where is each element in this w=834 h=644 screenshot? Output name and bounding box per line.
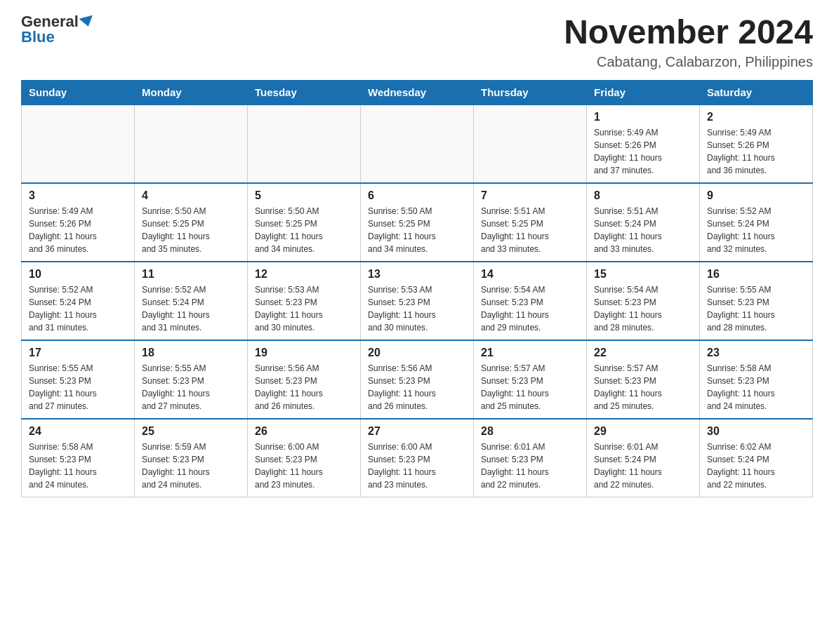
day-info: Sunrise: 5:58 AMSunset: 5:23 PMDaylight:… — [29, 441, 127, 491]
weekday-header-tuesday: Tuesday — [248, 80, 361, 105]
calendar-cell: 10Sunrise: 5:52 AMSunset: 5:24 PMDayligh… — [22, 262, 135, 340]
day-number: 30 — [707, 425, 805, 438]
weekday-header-row: SundayMondayTuesdayWednesdayThursdayFrid… — [22, 80, 813, 105]
week-row-4: 17Sunrise: 5:55 AMSunset: 5:23 PMDayligh… — [22, 340, 813, 419]
day-info: Sunrise: 5:49 AMSunset: 5:26 PMDaylight:… — [594, 126, 692, 177]
calendar-cell: 13Sunrise: 5:53 AMSunset: 5:23 PMDayligh… — [361, 262, 474, 340]
week-row-1: 1Sunrise: 5:49 AMSunset: 5:26 PMDaylight… — [22, 105, 813, 183]
calendar-cell: 11Sunrise: 5:52 AMSunset: 5:24 PMDayligh… — [135, 262, 248, 340]
weekday-header-saturday: Saturday — [700, 80, 813, 105]
week-row-2: 3Sunrise: 5:49 AMSunset: 5:26 PMDaylight… — [22, 183, 813, 262]
day-info: Sunrise: 6:00 AMSunset: 5:23 PMDaylight:… — [255, 441, 353, 491]
calendar-cell: 30Sunrise: 6:02 AMSunset: 5:24 PMDayligh… — [700, 419, 813, 497]
day-number: 29 — [594, 425, 692, 438]
week-row-3: 10Sunrise: 5:52 AMSunset: 5:24 PMDayligh… — [22, 262, 813, 340]
calendar-cell: 14Sunrise: 5:54 AMSunset: 5:23 PMDayligh… — [474, 262, 587, 340]
day-info: Sunrise: 6:01 AMSunset: 5:24 PMDaylight:… — [594, 441, 692, 491]
calendar-cell: 12Sunrise: 5:53 AMSunset: 5:23 PMDayligh… — [248, 262, 361, 340]
day-number: 20 — [368, 347, 466, 359]
day-info: Sunrise: 5:50 AMSunset: 5:25 PMDaylight:… — [142, 205, 240, 255]
day-info: Sunrise: 5:51 AMSunset: 5:25 PMDaylight:… — [481, 205, 579, 255]
calendar-cell: 6Sunrise: 5:50 AMSunset: 5:25 PMDaylight… — [361, 183, 474, 262]
day-number: 8 — [594, 189, 692, 202]
day-number: 4 — [142, 189, 240, 202]
logo-blue-text: Blue — [21, 29, 55, 45]
calendar-cell: 24Sunrise: 5:58 AMSunset: 5:23 PMDayligh… — [22, 419, 135, 497]
day-number: 28 — [481, 425, 579, 438]
weekday-header-wednesday: Wednesday — [361, 80, 474, 105]
day-info: Sunrise: 5:50 AMSunset: 5:25 PMDaylight:… — [255, 205, 353, 255]
day-number: 11 — [142, 268, 240, 281]
day-info: Sunrise: 6:02 AMSunset: 5:24 PMDaylight:… — [707, 441, 805, 491]
logo-general-text: General — [21, 14, 79, 29]
day-number: 10 — [29, 268, 127, 281]
day-number: 14 — [481, 268, 579, 281]
day-number: 6 — [368, 189, 466, 202]
calendar-cell: 27Sunrise: 6:00 AMSunset: 5:23 PMDayligh… — [361, 419, 474, 497]
calendar-cell: 22Sunrise: 5:57 AMSunset: 5:23 PMDayligh… — [587, 340, 700, 419]
day-number: 5 — [255, 189, 353, 202]
location-title: Cabatang, Calabarzon, Philippines — [564, 54, 813, 70]
calendar-cell: 16Sunrise: 5:55 AMSunset: 5:23 PMDayligh… — [700, 262, 813, 340]
day-info: Sunrise: 5:52 AMSunset: 5:24 PMDaylight:… — [707, 205, 805, 255]
day-info: Sunrise: 5:53 AMSunset: 5:23 PMDaylight:… — [255, 283, 353, 334]
calendar-cell: 3Sunrise: 5:49 AMSunset: 5:26 PMDaylight… — [22, 183, 135, 262]
day-info: Sunrise: 5:56 AMSunset: 5:23 PMDaylight:… — [255, 362, 353, 412]
day-info: Sunrise: 5:52 AMSunset: 5:24 PMDaylight:… — [142, 283, 240, 334]
day-number: 24 — [29, 425, 127, 438]
title-section: November 2024 Cabatang, Calabarzon, Phil… — [564, 14, 813, 70]
day-info: Sunrise: 5:54 AMSunset: 5:23 PMDaylight:… — [594, 283, 692, 334]
month-title: November 2024 — [564, 14, 813, 51]
day-number: 1 — [594, 111, 692, 123]
calendar-cell: 20Sunrise: 5:56 AMSunset: 5:23 PMDayligh… — [361, 340, 474, 419]
calendar-cell: 28Sunrise: 6:01 AMSunset: 5:23 PMDayligh… — [474, 419, 587, 497]
weekday-header-sunday: Sunday — [22, 80, 135, 105]
calendar-table: SundayMondayTuesdayWednesdayThursdayFrid… — [21, 80, 813, 497]
calendar-cell: 29Sunrise: 6:01 AMSunset: 5:24 PMDayligh… — [587, 419, 700, 497]
calendar-cell: 21Sunrise: 5:57 AMSunset: 5:23 PMDayligh… — [474, 340, 587, 419]
day-number: 19 — [255, 347, 353, 359]
day-info: Sunrise: 5:57 AMSunset: 5:23 PMDaylight:… — [481, 362, 579, 412]
day-info: Sunrise: 5:53 AMSunset: 5:23 PMDaylight:… — [368, 283, 466, 334]
calendar-cell: 5Sunrise: 5:50 AMSunset: 5:25 PMDaylight… — [248, 183, 361, 262]
logo: General Blue — [21, 14, 94, 45]
calendar-cell: 25Sunrise: 5:59 AMSunset: 5:23 PMDayligh… — [135, 419, 248, 497]
page-header: General Blue November 2024 Cabatang, Cal… — [21, 14, 813, 70]
day-number: 27 — [368, 425, 466, 438]
day-number: 21 — [481, 347, 579, 359]
calendar-cell: 4Sunrise: 5:50 AMSunset: 5:25 PMDaylight… — [135, 183, 248, 262]
day-info: Sunrise: 5:51 AMSunset: 5:24 PMDaylight:… — [594, 205, 692, 255]
day-info: Sunrise: 5:56 AMSunset: 5:23 PMDaylight:… — [368, 362, 466, 412]
calendar-cell: 9Sunrise: 5:52 AMSunset: 5:24 PMDaylight… — [700, 183, 813, 262]
day-info: Sunrise: 6:01 AMSunset: 5:23 PMDaylight:… — [481, 441, 579, 491]
day-number: 9 — [707, 189, 805, 202]
day-info: Sunrise: 5:57 AMSunset: 5:23 PMDaylight:… — [594, 362, 692, 412]
calendar-cell: 15Sunrise: 5:54 AMSunset: 5:23 PMDayligh… — [587, 262, 700, 340]
day-number: 26 — [255, 425, 353, 438]
day-number: 22 — [594, 347, 692, 359]
day-number: 17 — [29, 347, 127, 359]
day-info: Sunrise: 5:55 AMSunset: 5:23 PMDaylight:… — [707, 283, 805, 334]
weekday-header-thursday: Thursday — [474, 80, 587, 105]
day-number: 23 — [707, 347, 805, 359]
calendar-cell — [361, 105, 474, 183]
calendar-cell: 18Sunrise: 5:55 AMSunset: 5:23 PMDayligh… — [135, 340, 248, 419]
calendar-cell: 26Sunrise: 6:00 AMSunset: 5:23 PMDayligh… — [248, 419, 361, 497]
day-info: Sunrise: 5:55 AMSunset: 5:23 PMDaylight:… — [29, 362, 127, 412]
day-info: Sunrise: 5:59 AMSunset: 5:23 PMDaylight:… — [142, 441, 240, 491]
day-info: Sunrise: 5:49 AMSunset: 5:26 PMDaylight:… — [29, 205, 127, 255]
calendar-cell: 17Sunrise: 5:55 AMSunset: 5:23 PMDayligh… — [22, 340, 135, 419]
day-info: Sunrise: 5:49 AMSunset: 5:26 PMDaylight:… — [707, 126, 805, 177]
calendar-cell: 2Sunrise: 5:49 AMSunset: 5:26 PMDaylight… — [700, 105, 813, 183]
calendar-cell: 8Sunrise: 5:51 AMSunset: 5:24 PMDaylight… — [587, 183, 700, 262]
week-row-5: 24Sunrise: 5:58 AMSunset: 5:23 PMDayligh… — [22, 419, 813, 497]
day-number: 25 — [142, 425, 240, 438]
day-number: 16 — [707, 268, 805, 281]
calendar-cell — [474, 105, 587, 183]
weekday-header-monday: Monday — [135, 80, 248, 105]
day-info: Sunrise: 5:54 AMSunset: 5:23 PMDaylight:… — [481, 283, 579, 334]
calendar-cell: 19Sunrise: 5:56 AMSunset: 5:23 PMDayligh… — [248, 340, 361, 419]
logo-arrow-icon — [79, 15, 95, 29]
day-number: 15 — [594, 268, 692, 281]
day-info: Sunrise: 5:55 AMSunset: 5:23 PMDaylight:… — [142, 362, 240, 412]
